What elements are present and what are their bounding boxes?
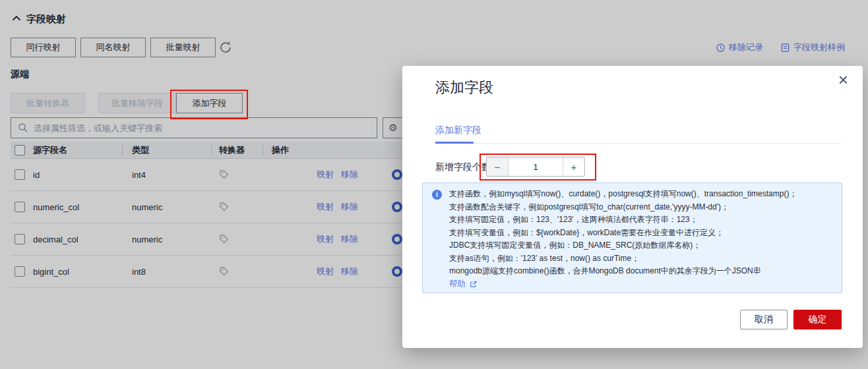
info-box: i 支持函数，例如mysql填写now()、curdate()，postgres… [422,183,842,293]
help-link[interactable]: 帮助 [449,278,478,291]
info-line: 支持函数，例如mysql填写now()、curdate()，postgresql… [449,188,834,201]
count-label: 新增字段个数 [435,161,491,173]
info-line: 支持函数配合关键字，例如postgresql填写to_char(current_… [449,201,834,214]
add-field-modal: × 添加字段 添加新字段 新增字段个数 − 1 + i 支持函数，例如mysql… [402,66,863,348]
count-stepper: − 1 + [486,157,585,177]
info-line: JDBC支持填写固定变量值，例如：DB_NAME_SRC(原始数据库名称)； [449,239,834,252]
close-icon[interactable]: × [838,71,848,88]
confirm-button[interactable]: 确定 [793,310,842,329]
stepper-value[interactable]: 1 [509,157,563,176]
cancel-button[interactable]: 取消 [740,310,788,329]
info-line: 支持as语句，例如：'123' as test，now() as curTime… [449,252,834,266]
info-line: 支持填写变量值，例如：${workDate}，workDate需要在作业变量中进… [449,227,834,240]
info-line: 支持填写固定值，例如：123、'123'，这两种填法都代表字符串：123； [449,213,834,227]
external-link-icon [469,280,478,289]
tab-active-underline [435,142,474,144]
info-icon: i [432,190,442,200]
tab-add-new-field[interactable]: 添加新字段 [435,125,481,136]
page: 字段映射 同行映射 同名映射 批量映射 移除记录 字段映射样例 源端 批量转换器… [0,0,868,369]
tab-divider [435,143,842,144]
info-line: mongodb源端支持combine()函数，合并MongoDB documen… [449,265,834,278]
modal-title: 添加字段 [435,78,493,98]
help-label: 帮助 [449,278,466,291]
stepper-minus-button[interactable]: − [487,157,509,176]
stepper-plus-button[interactable]: + [563,157,584,176]
